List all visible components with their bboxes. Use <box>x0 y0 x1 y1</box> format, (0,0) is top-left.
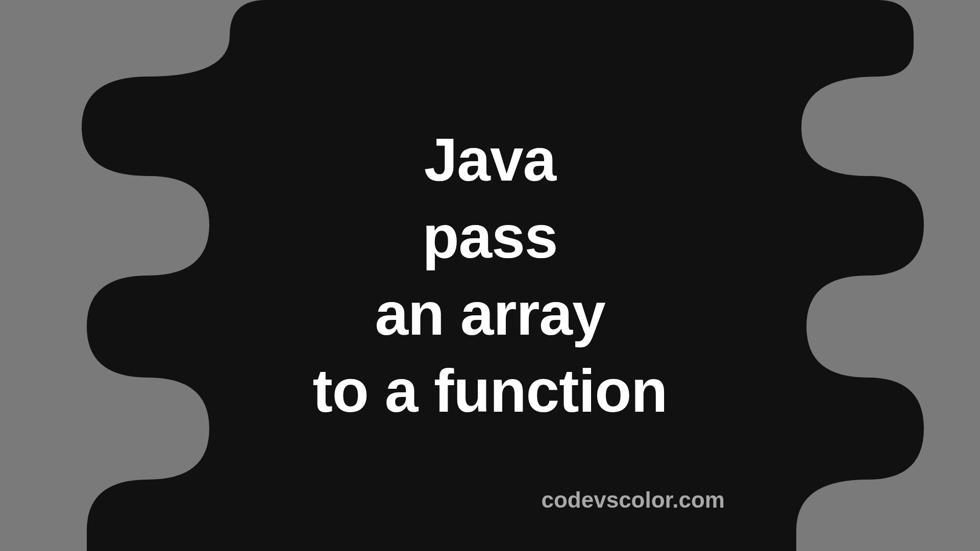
title-line-3: an array <box>313 276 668 353</box>
banner-container: Java pass an array to a function codevsc… <box>0 0 980 551</box>
title-line-2: pass <box>313 198 668 276</box>
title-line-1: Java <box>313 121 668 198</box>
title-text: Java pass an array to a function <box>313 121 668 430</box>
title-line-4: to a function <box>313 353 668 430</box>
site-name: codevscolor.com <box>542 487 725 513</box>
title-content: Java pass an array to a function <box>0 0 980 551</box>
